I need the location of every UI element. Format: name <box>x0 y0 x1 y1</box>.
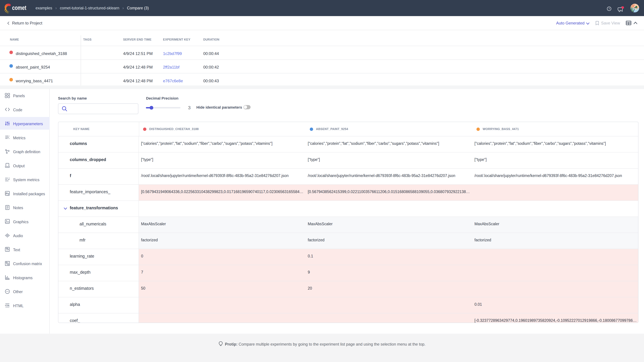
svg-text:Py: Py <box>6 192 9 195</box>
svg-text:HTML: HTML <box>5 305 10 306</box>
svg-text:?: ? <box>608 7 610 10</box>
